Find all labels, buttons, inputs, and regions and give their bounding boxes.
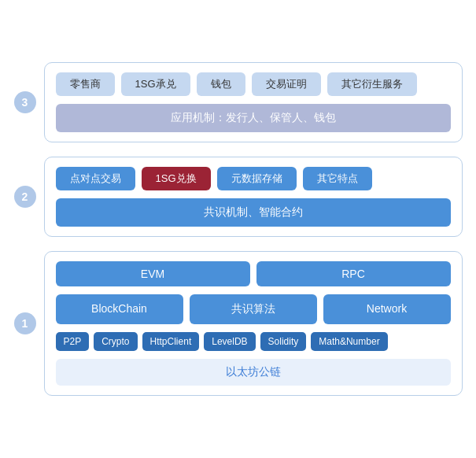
layer-1-bottom-chip: LevelDB [204, 332, 255, 351]
layer-2-chip: 点对点交易 [56, 167, 135, 190]
layer-1-rpc: RPC [256, 261, 451, 286]
layer-2-number: 2 [14, 186, 36, 208]
layer-1-bottom-chip: Crypto [94, 332, 137, 351]
layer-2-chip: 其它特点 [303, 167, 372, 190]
layer-1-bottom-row: P2PCryptoHttpClientLevelDBSolidityMath&N… [56, 332, 451, 351]
layer-3-chip: 其它衍生服务 [327, 72, 417, 96]
layer-3-chip: 交易证明 [252, 72, 321, 96]
layer-1-middle-row: BlockChain共识算法Network [56, 294, 451, 324]
main-container: 3 零售商1SG承兑钱包交易证明其它衍生服务 应用机制：发行人、保管人、钱包 2… [14, 50, 463, 408]
layer-3-chip: 零售商 [56, 72, 115, 96]
layer-2-banner: 共识机制、智能合约 [56, 198, 451, 227]
layer-1-evm: EVM [56, 261, 250, 286]
layer-1-number: 1 [14, 312, 36, 334]
layer-2-chip: 1SG兑换 [142, 167, 211, 190]
layer-1-top-row: EVM RPC [56, 261, 451, 286]
layer-3-card: 3 零售商1SG承兑钱包交易证明其它衍生服务 应用机制：发行人、保管人、钱包 [14, 62, 463, 142]
layer-3-chips-row: 零售商1SG承兑钱包交易证明其它衍生服务 [56, 72, 451, 96]
layer-2-chip: 元数据存储 [217, 167, 297, 190]
layer-3-box: 零售商1SG承兑钱包交易证明其它衍生服务 应用机制：发行人、保管人、钱包 [44, 62, 463, 142]
layer-1-bottom-chip: Solidity [260, 332, 307, 351]
layer-1-box: EVM RPC BlockChain共识算法Network P2PCryptoH… [44, 251, 463, 396]
layer-3-banner: 应用机制：发行人、保管人、钱包 [56, 104, 451, 132]
layer-3-chip: 钱包 [197, 72, 245, 96]
layer-2-chips-row: 点对点交易1SG兑换元数据存储其它特点 [56, 167, 451, 190]
layer-1-bottom-chip: Math&Number [311, 332, 387, 351]
layer-1-bottom-chip: P2P [56, 332, 90, 351]
layer-1-bottom-chip: HttpClient [142, 332, 200, 351]
layer-1-card: 1 EVM RPC BlockChain共识算法Network P2PCrypt… [14, 251, 463, 396]
layer-1-middle-block: 共识算法 [190, 294, 317, 324]
layer-3-number: 3 [14, 91, 36, 113]
layer-1-middle-block: BlockChain [56, 294, 183, 324]
layer-3-chip: 1SG承兑 [121, 72, 190, 96]
layer-2-card: 2 点对点交易1SG兑换元数据存储其它特点 共识机制、智能合约 [14, 157, 463, 237]
layer-1-middle-block: Network [323, 294, 451, 324]
layer-2-box: 点对点交易1SG兑换元数据存储其它特点 共识机制、智能合约 [44, 157, 463, 237]
layer-1-footer: 以太坊公链 [56, 359, 451, 386]
